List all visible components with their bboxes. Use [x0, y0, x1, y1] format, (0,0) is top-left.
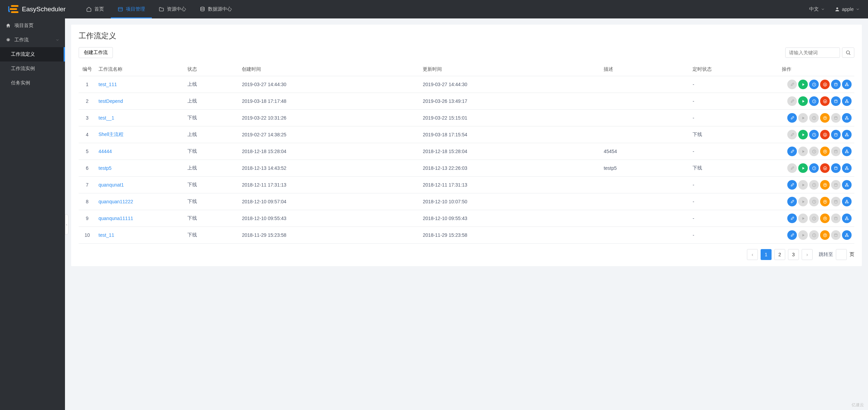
tree-button[interactable] — [842, 80, 852, 89]
table-row: 3 test__1 下线 2019-03-22 10:31:26 2019-03… — [79, 110, 854, 126]
timing-button — [809, 230, 819, 240]
workflow-link[interactable]: test_111 — [98, 82, 117, 87]
edit-button[interactable] — [787, 214, 797, 223]
workflow-link[interactable]: testDepend — [98, 98, 123, 104]
online-button[interactable] — [820, 113, 830, 123]
cell-updated: 2019-03-26 13:49:17 — [420, 93, 601, 110]
run-button[interactable] — [798, 80, 808, 89]
page-prev[interactable]: ‹ — [747, 249, 758, 260]
run-button — [798, 147, 808, 156]
cron-button[interactable] — [831, 80, 841, 89]
run-button[interactable] — [798, 163, 808, 173]
nav-resource[interactable]: 资源中心 — [152, 0, 193, 18]
online-button[interactable] — [820, 197, 830, 206]
offline-button[interactable] — [820, 96, 830, 106]
svg-rect-29 — [834, 100, 837, 103]
tree-button[interactable] — [842, 147, 852, 156]
svg-marker-25 — [802, 100, 804, 102]
cell-timer: - — [690, 76, 779, 93]
online-button[interactable] — [820, 230, 830, 240]
folder-icon — [159, 6, 164, 12]
page-next[interactable]: › — [802, 249, 813, 260]
workflow-link[interactable]: quanquan11222 — [98, 199, 133, 204]
timing-button[interactable] — [809, 80, 819, 89]
cron-button[interactable] — [831, 130, 841, 139]
pagination: ‹ 123 › 跳转至 页 — [79, 249, 854, 260]
gear-icon — [5, 37, 11, 43]
svg-rect-49 — [845, 119, 846, 120]
cron-button — [831, 197, 841, 206]
jump-input[interactable] — [836, 249, 847, 260]
edit-button[interactable] — [787, 113, 797, 123]
cell-timer: - — [690, 177, 779, 193]
tree-button[interactable] — [842, 230, 852, 240]
timing-button[interactable] — [809, 163, 819, 173]
page-title: 工作流定义 — [79, 31, 854, 41]
tree-button[interactable] — [842, 214, 852, 223]
svg-rect-108 — [846, 183, 847, 184]
cell-updated: 2018-12-10 09:55:43 — [420, 210, 601, 227]
cell-created: 2019-03-18 17:17:48 — [239, 93, 420, 110]
offline-button[interactable] — [820, 163, 830, 173]
workflow-link[interactable]: test__1 — [98, 115, 114, 121]
svg-rect-93 — [846, 167, 847, 168]
page-2[interactable]: 2 — [774, 249, 785, 260]
sidebar-item-project-home[interactable]: 项目首页 — [0, 18, 65, 33]
nav-project[interactable]: 项目管理 — [111, 0, 152, 18]
sidebar-item-workflow-def[interactable]: 工作流定义 — [0, 47, 65, 62]
run-button[interactable] — [798, 96, 808, 106]
col-desc: 描述 — [601, 63, 690, 76]
cron-button[interactable] — [831, 96, 841, 106]
sidebar-item-task-inst[interactable]: 任务实例 — [0, 76, 65, 90]
workflow-link[interactable]: 44444 — [98, 149, 112, 154]
online-button[interactable] — [820, 214, 830, 223]
nav-home[interactable]: 首页 — [79, 0, 111, 18]
user-menu[interactable]: apple — [834, 6, 860, 12]
online-button[interactable] — [820, 180, 830, 190]
nav-datasource[interactable]: 数据源中心 — [193, 0, 239, 18]
online-button[interactable] — [820, 147, 830, 156]
edit-button[interactable] — [787, 180, 797, 190]
lang-switcher[interactable]: 中文 — [809, 6, 825, 12]
workflow-link[interactable]: Shell主流程 — [98, 132, 123, 137]
page-3[interactable]: 3 — [788, 249, 799, 260]
search-button[interactable] — [842, 47, 854, 58]
svg-rect-94 — [845, 169, 846, 170]
edit-button — [787, 80, 797, 89]
cron-button[interactable] — [831, 163, 841, 173]
tree-button[interactable] — [842, 130, 852, 139]
cron-button — [831, 214, 841, 223]
offline-button[interactable] — [820, 80, 830, 89]
workflow-link[interactable]: test_11 — [98, 232, 114, 238]
cell-updated: 2019-03-18 17:15:54 — [420, 126, 601, 143]
watermark: 亿速云 — [852, 402, 864, 408]
cell-timer: 下线 — [690, 160, 779, 177]
home-icon — [86, 6, 92, 12]
workflow-link[interactable]: quanquna11111 — [98, 216, 133, 221]
workflow-link[interactable]: testp5 — [98, 165, 111, 171]
cell-status: 下线 — [185, 210, 239, 227]
create-workflow-button[interactable]: 创建工作流 — [79, 47, 113, 58]
sidebar-item-workflow-inst[interactable]: 工作流实例 — [0, 62, 65, 76]
cell-desc — [601, 193, 690, 210]
svg-marker-145 — [802, 234, 804, 236]
workflow-link[interactable]: quanqunat1 — [98, 182, 124, 188]
tree-button[interactable] — [842, 113, 852, 123]
run-button[interactable] — [798, 130, 808, 139]
page-1[interactable]: 1 — [761, 249, 772, 260]
edit-button[interactable] — [787, 197, 797, 206]
cell-status: 上线 — [185, 126, 239, 143]
edit-button[interactable] — [787, 230, 797, 240]
offline-button[interactable] — [820, 130, 830, 139]
tree-button[interactable] — [842, 180, 852, 190]
tree-button[interactable] — [842, 96, 852, 106]
edit-button[interactable] — [787, 147, 797, 156]
tree-button[interactable] — [842, 197, 852, 206]
tree-button[interactable] — [842, 163, 852, 173]
timing-button[interactable] — [809, 96, 819, 106]
search-input[interactable] — [785, 47, 840, 58]
sidebar-item-workflow[interactable]: 工作流 — [0, 33, 65, 47]
sidebar-collapse-toggle[interactable]: ‹ — [65, 214, 68, 235]
svg-rect-14 — [834, 83, 837, 86]
timing-button[interactable] — [809, 130, 819, 139]
